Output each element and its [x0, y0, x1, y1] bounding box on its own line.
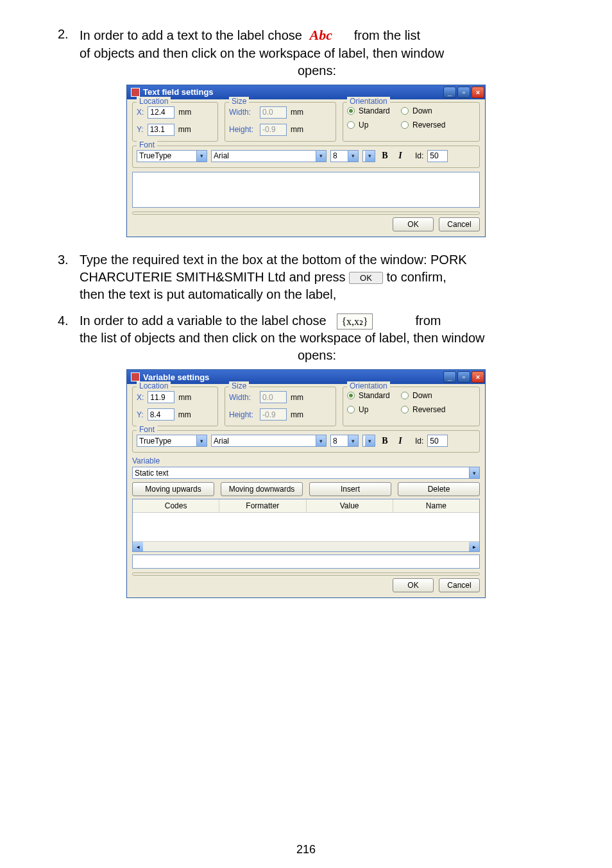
step4-line3: opens:: [80, 347, 554, 364]
location-legend: Location: [137, 97, 171, 106]
rule: [132, 572, 480, 576]
ok-button[interactable]: OK: [393, 578, 434, 592]
close-button[interactable]: ×: [472, 87, 484, 98]
location-legend: Location: [137, 381, 171, 390]
radio-down[interactable]: [401, 392, 409, 399]
font-type-select[interactable]: TrueType▾: [137, 150, 207, 162]
col-name[interactable]: Name: [393, 499, 479, 512]
bold-button[interactable]: B: [379, 435, 391, 447]
text-multiline-input[interactable]: [132, 172, 480, 208]
id-input[interactable]: [427, 435, 448, 447]
titlebar[interactable]: Text field settings _ ▫ ×: [127, 85, 485, 99]
font-name-select[interactable]: Arial▾: [211, 435, 327, 447]
font-extra-select[interactable]: ▾: [362, 150, 375, 162]
list-body[interactable]: [133, 513, 479, 541]
radio-up[interactable]: [347, 121, 355, 129]
minimize-button[interactable]: _: [443, 87, 456, 98]
step4-number: 4.: [58, 312, 80, 365]
id-input[interactable]: [427, 150, 448, 162]
mm-h: mm: [291, 410, 303, 419]
dialog-title: Variable settings: [143, 372, 443, 382]
italic-button[interactable]: I: [395, 150, 406, 162]
variable-settings-dialog: Variable settings _ ▫ × Location X: mm Y…: [126, 369, 486, 598]
static-text-select[interactable]: Static text▾: [132, 467, 480, 479]
chevron-down-icon: ▾: [196, 435, 207, 446]
step3-line2a: CHARCUTERIE SMITH&SMITH Ltd and press: [80, 270, 346, 284]
chevron-down-icon: ▾: [469, 467, 479, 478]
id-label: Id:: [415, 151, 423, 160]
font-type-select[interactable]: TrueType▾: [137, 435, 207, 447]
font-extra-select[interactable]: ▾: [362, 435, 375, 447]
maximize-button[interactable]: ▫: [457, 87, 470, 98]
step2-text-b: from the list: [354, 28, 420, 42]
step2-text-c: of objects and then click on the workspa…: [80, 45, 554, 62]
insert-button[interactable]: Insert: [309, 482, 391, 496]
moving-upwards-button[interactable]: Moving upwards: [132, 482, 214, 496]
step2-instruction: 2. In order to add a text to the label c…: [58, 26, 554, 79]
up-label: Up: [359, 121, 397, 129]
titlebar[interactable]: Variable settings _ ▫ ×: [127, 370, 485, 384]
maximize-button[interactable]: ▫: [457, 371, 470, 383]
mm-x: mm: [178, 108, 191, 117]
y-input[interactable]: [148, 124, 174, 136]
font-size-select[interactable]: 8▾: [330, 150, 359, 162]
close-button[interactable]: ×: [472, 371, 484, 383]
font-size-value: 8: [333, 437, 337, 446]
dialog-title: Text field settings: [143, 87, 443, 97]
abc-icon: Abc: [305, 27, 336, 43]
standard-label: Standard: [359, 106, 397, 115]
font-name-select[interactable]: Arial▾: [211, 150, 327, 162]
variable-icon: {x,x₂}: [337, 313, 372, 330]
reversed-label: Reversed: [412, 405, 445, 414]
chevron-down-icon: ▾: [365, 435, 375, 446]
text-field-settings-dialog: Text field settings _ ▫ × Location X: mm…: [126, 85, 486, 237]
page-number: 216: [0, 843, 612, 856]
moving-downwards-button[interactable]: Moving downwards: [221, 482, 303, 496]
font-size-select[interactable]: 8▾: [330, 435, 359, 447]
radio-standard[interactable]: [347, 392, 355, 399]
step2-text-d: opens:: [80, 62, 554, 79]
col-codes[interactable]: Codes: [133, 499, 219, 512]
x-label: X:: [137, 108, 144, 117]
radio-down[interactable]: [401, 107, 409, 115]
app-icon: [131, 372, 140, 381]
mm-y: mm: [178, 125, 191, 134]
minimize-button[interactable]: _: [443, 371, 456, 383]
width-label: Width:: [229, 393, 256, 402]
scroll-right-icon[interactable]: ▸: [469, 542, 479, 551]
cancel-button[interactable]: Cancel: [439, 217, 480, 231]
radio-standard[interactable]: [347, 107, 355, 115]
radio-reversed[interactable]: [401, 406, 409, 413]
step4-line1b: from: [415, 313, 441, 328]
y-input[interactable]: [148, 408, 174, 421]
font-size-value: 8: [333, 151, 337, 160]
step4-instruction: 4. In order to add a variable to the lab…: [58, 312, 554, 365]
radio-reversed[interactable]: [401, 121, 409, 129]
width-label: Width:: [229, 108, 256, 117]
horizontal-scrollbar[interactable]: ◂ ▸: [133, 541, 479, 551]
variable-legend: Variable: [132, 456, 480, 465]
scroll-left-icon[interactable]: ◂: [133, 542, 143, 551]
step2-text-a: In order to add a text to the label chos…: [80, 28, 302, 42]
x-input[interactable]: [148, 391, 174, 403]
font-type-value: TrueType: [139, 437, 171, 446]
font-name-value: Arial: [214, 151, 229, 160]
x-label: X:: [137, 393, 144, 402]
app-icon: [131, 88, 140, 97]
scroll-track[interactable]: [143, 542, 469, 551]
x-input[interactable]: [148, 106, 174, 119]
preview-area: [132, 555, 480, 569]
step4-line2: the list of objects and then click on th…: [80, 330, 554, 347]
static-text-value: Static text: [135, 469, 169, 478]
bold-button[interactable]: B: [379, 150, 391, 162]
ok-button[interactable]: OK: [393, 217, 434, 231]
col-value[interactable]: Value: [307, 499, 393, 512]
col-formatter[interactable]: Formatter: [219, 499, 306, 512]
cancel-button[interactable]: Cancel: [439, 578, 480, 592]
italic-button[interactable]: I: [395, 435, 406, 447]
step3-line1: Type the required text in the box at the…: [80, 251, 554, 269]
radio-up[interactable]: [347, 406, 355, 413]
size-legend: Size: [229, 97, 249, 106]
delete-button[interactable]: Delete: [398, 482, 480, 496]
mm-w: mm: [291, 108, 303, 117]
